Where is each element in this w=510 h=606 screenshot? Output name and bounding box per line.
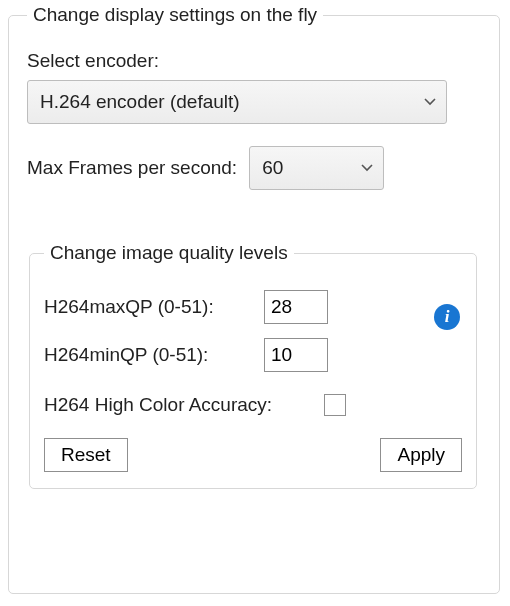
minqp-row: H264minQP (0-51): <box>44 338 462 372</box>
fps-select[interactable]: 60 <box>249 146 384 190</box>
encoder-select-value: H.264 encoder (default) <box>40 91 240 113</box>
minqp-input[interactable] <box>264 338 328 372</box>
apply-button[interactable]: Apply <box>380 438 462 472</box>
chevron-down-icon <box>424 98 436 106</box>
encoder-label: Select encoder: <box>27 50 159 72</box>
hca-row: H264 High Color Accuracy: <box>44 394 462 416</box>
maxqp-row: H264maxQP (0-51): <box>44 290 462 324</box>
fps-select-value: 60 <box>262 157 283 179</box>
reset-button[interactable]: Reset <box>44 438 128 472</box>
hca-label: H264 High Color Accuracy: <box>44 394 324 416</box>
image-quality-group: Change image quality levels i H264maxQP … <box>29 242 477 489</box>
maxqp-input[interactable] <box>264 290 328 324</box>
chevron-down-icon <box>361 164 373 172</box>
info-icon[interactable]: i <box>434 304 460 330</box>
encoder-select[interactable]: H.264 encoder (default) <box>27 80 447 124</box>
maxqp-label: H264maxQP (0-51): <box>44 296 264 318</box>
encoder-label-row: Select encoder: <box>27 50 481 72</box>
display-settings-group: Change display settings on the fly Selec… <box>8 4 500 594</box>
display-settings-legend: Change display settings on the fly <box>27 4 323 26</box>
image-quality-legend: Change image quality levels <box>44 242 294 264</box>
info-glyph: i <box>445 307 450 327</box>
hca-checkbox[interactable] <box>324 394 346 416</box>
button-row: Reset Apply <box>44 438 462 472</box>
fps-row: Max Frames per second: 60 <box>27 146 481 190</box>
minqp-label: H264minQP (0-51): <box>44 344 264 366</box>
fps-label: Max Frames per second: <box>27 157 237 179</box>
